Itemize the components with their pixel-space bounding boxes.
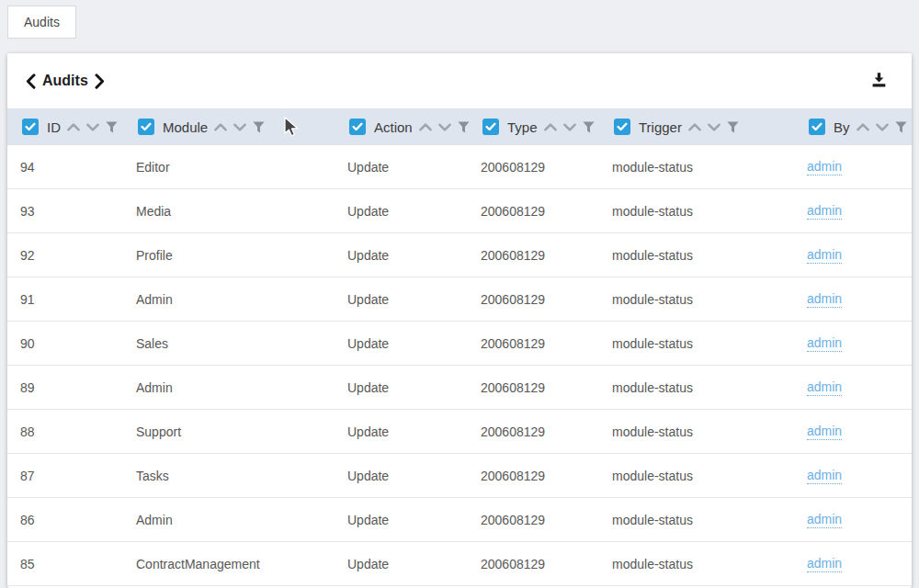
cell-id: 88: [7, 410, 123, 453]
by-link[interactable]: admin: [807, 468, 842, 484]
sort-desc-icon-trigger[interactable]: [708, 123, 720, 131]
cell-by: admin: [794, 498, 912, 541]
table-row: 91AdminUpdate200608129module-statusadmin: [7, 277, 912, 322]
cell-module: ContractManagement: [123, 542, 335, 585]
audits-card: Audits IDModuleActionTypeTriggerBy 94Edi…: [7, 53, 912, 588]
cell-type: 200608129: [468, 145, 599, 188]
cell-action: Update: [335, 498, 468, 541]
cell-id: 90: [7, 322, 123, 365]
sort-asc-icon-trigger[interactable]: [688, 123, 701, 131]
cell-id: 86: [7, 498, 123, 541]
cell-module: Admin: [123, 366, 335, 409]
column-label-by[interactable]: By: [834, 119, 850, 135]
download-button[interactable]: [867, 68, 891, 95]
by-link[interactable]: admin: [807, 556, 842, 572]
cell-id: 94: [7, 145, 123, 188]
cell-by: admin: [794, 410, 912, 453]
sort-desc-icon-type[interactable]: [563, 123, 576, 131]
cell-id: 93: [7, 189, 123, 232]
column-header-type: Type: [468, 108, 599, 145]
column-header-trigger: Trigger: [599, 108, 794, 145]
column-checkbox-id[interactable]: [22, 119, 39, 135]
by-link[interactable]: admin: [807, 379, 842, 396]
cell-module: Admin: [123, 277, 335, 321]
cell-type: 200608129: [468, 189, 599, 232]
column-checkbox-type[interactable]: [482, 119, 499, 135]
cell-by: admin: [794, 366, 912, 409]
table-row: 89AdminUpdate200608129module-statusadmin: [7, 366, 912, 410]
column-checkbox-trigger[interactable]: [614, 119, 630, 135]
column-checkbox-by[interactable]: [809, 119, 825, 135]
cell-action: Update: [335, 410, 468, 453]
page-title: Audits: [42, 73, 88, 89]
cell-module: Sales: [123, 322, 335, 365]
cell-id: 85: [7, 542, 123, 585]
cell-action: Update: [335, 277, 468, 321]
card-header: Audits: [7, 53, 912, 108]
sort-desc-icon-action[interactable]: [438, 123, 451, 131]
cell-action: Update: [335, 145, 468, 188]
filter-icon-type[interactable]: [583, 121, 595, 133]
sort-desc-icon-id[interactable]: [86, 123, 99, 131]
by-link[interactable]: admin: [807, 424, 842, 440]
by-link[interactable]: admin: [807, 203, 842, 220]
cell-type: 200608129: [468, 233, 599, 277]
cell-type: 200608129: [468, 410, 599, 453]
cell-trigger: module-status: [599, 366, 794, 409]
column-header-id: ID: [7, 108, 123, 145]
table-row: 87TasksUpdate200608129module-statusadmin: [7, 454, 912, 498]
by-link[interactable]: admin: [807, 335, 842, 352]
column-label-action[interactable]: Action: [374, 119, 413, 135]
column-checkbox-module[interactable]: [138, 119, 154, 135]
table-row: 93MediaUpdate200608129module-statusadmin: [7, 189, 912, 233]
cell-module: Support: [123, 410, 335, 453]
table-header-row: IDModuleActionTypeTriggerBy: [7, 108, 912, 145]
chevron-left-icon[interactable]: [26, 74, 36, 89]
cell-trigger: module-status: [599, 542, 794, 585]
cell-action: Update: [335, 189, 468, 232]
sort-asc-icon-action[interactable]: [419, 123, 432, 131]
filter-icon-id[interactable]: [106, 121, 118, 133]
sort-asc-icon-by[interactable]: [857, 123, 869, 131]
column-label-id[interactable]: ID: [47, 119, 61, 135]
download-icon: [870, 72, 888, 91]
breadcrumb: Audits: [26, 73, 105, 89]
filter-icon-by[interactable]: [895, 121, 907, 133]
column-label-type[interactable]: Type: [507, 119, 538, 135]
by-link[interactable]: admin: [807, 247, 842, 264]
cell-id: 89: [7, 366, 123, 409]
table-row: 90SalesUpdate200608129module-statusadmin: [7, 322, 912, 366]
cell-action: Update: [335, 233, 468, 277]
table-row: 88SupportUpdate200608129module-statusadm…: [7, 410, 912, 454]
tab-audits-label: Audits: [24, 15, 60, 29]
sort-asc-icon-type[interactable]: [544, 123, 557, 131]
cell-action: Update: [335, 542, 468, 585]
cell-trigger: module-status: [599, 145, 794, 188]
sort-desc-icon-module[interactable]: [233, 123, 246, 131]
cell-type: 200608129: [468, 322, 599, 365]
filter-icon-trigger[interactable]: [727, 121, 739, 133]
column-label-trigger[interactable]: Trigger: [639, 119, 682, 135]
filter-icon-module[interactable]: [253, 121, 265, 133]
cell-by: admin: [794, 277, 912, 321]
sort-asc-icon-id[interactable]: [67, 123, 80, 131]
cell-module: Profile: [123, 233, 335, 277]
sort-asc-icon-module[interactable]: [214, 123, 227, 131]
cell-trigger: module-status: [599, 498, 794, 541]
by-link[interactable]: admin: [807, 159, 842, 175]
chevron-right-icon[interactable]: [95, 74, 105, 89]
cell-id: 92: [7, 233, 123, 277]
cell-module: Tasks: [123, 454, 335, 497]
by-link[interactable]: admin: [807, 512, 842, 528]
cell-module: Editor: [123, 145, 335, 188]
by-link[interactable]: admin: [807, 291, 842, 308]
sort-desc-icon-by[interactable]: [876, 123, 889, 131]
cell-type: 200608129: [468, 454, 599, 497]
column-label-module[interactable]: Module: [163, 119, 208, 135]
cell-by: admin: [794, 233, 912, 277]
tab-audits[interactable]: Audits: [7, 6, 76, 39]
table-body: 94EditorUpdate200608129module-statusadmi…: [7, 145, 912, 586]
cell-action: Update: [335, 322, 468, 365]
cell-module: Admin: [123, 498, 335, 541]
column-checkbox-action[interactable]: [349, 119, 366, 135]
